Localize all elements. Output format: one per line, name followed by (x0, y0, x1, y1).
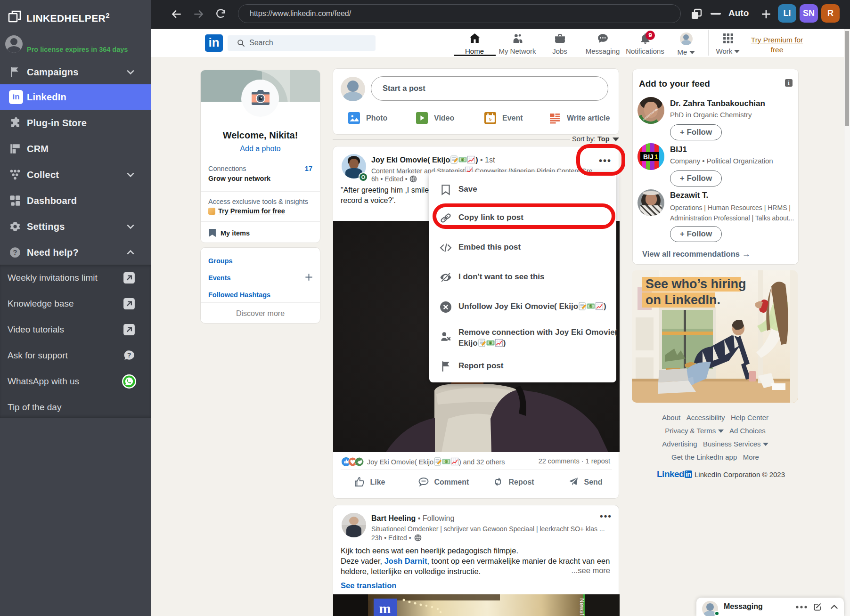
svg-text:BIJ: BIJ (643, 153, 654, 161)
svg-text:?: ? (127, 351, 131, 358)
svg-text:$: $ (462, 158, 464, 161)
svg-text:m: m (379, 600, 391, 616)
svg-text:#OPENTOWORK: #OPENTOWORK (642, 107, 659, 121)
svg-text:Newsf: Newsf (579, 598, 586, 616)
svg-text:See who’s hiring: See who’s hiring (646, 277, 746, 291)
svg-text:on LinkedIn.: on LinkedIn. (646, 293, 720, 307)
svg-text:$: $ (446, 460, 447, 463)
svg-text:$: $ (490, 341, 491, 344)
svg-text:$: $ (590, 305, 592, 308)
svg-text:5: 5 (489, 117, 491, 122)
svg-text:?: ? (13, 248, 17, 256)
svg-text:1: 1 (654, 153, 658, 161)
